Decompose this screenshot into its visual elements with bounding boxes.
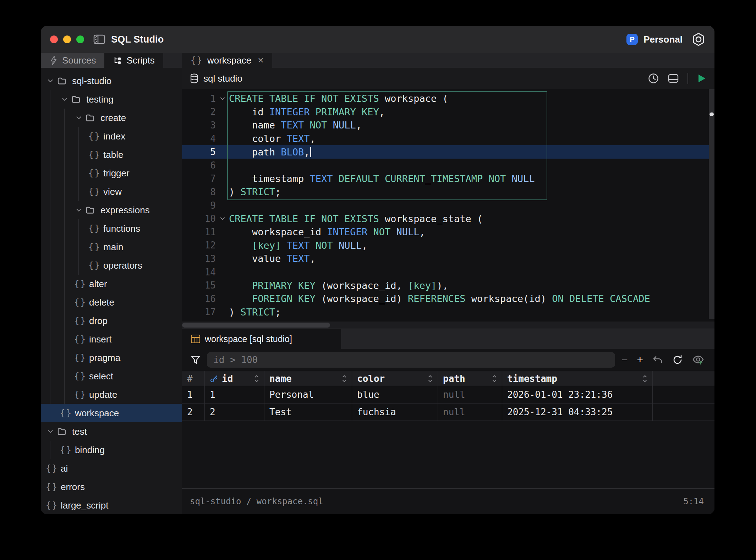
undo-icon[interactable] — [652, 355, 663, 365]
history-clock-icon[interactable] — [648, 73, 659, 84]
account-avatar[interactable]: P — [626, 34, 638, 45]
vertical-scrollbar[interactable] — [709, 89, 714, 319]
zoom-window-button[interactable] — [76, 35, 84, 43]
tree-item-select[interactable]: {}select — [41, 367, 182, 385]
results-tab[interactable]: workspace [sql studio] — [182, 329, 341, 349]
table-cell[interactable]: blue — [352, 386, 438, 403]
tree-item-main[interactable]: {}main — [41, 238, 182, 256]
code-line-17[interactable]: 17) STRICT; — [182, 306, 714, 319]
code-line-8[interactable]: 8) STRICT; — [182, 185, 714, 199]
remove-row-minus-icon[interactable]: − — [621, 355, 628, 365]
sort-chevrons-icon[interactable] — [492, 374, 497, 383]
tree-item-ai[interactable]: {}ai — [41, 459, 182, 478]
chevron-down-icon[interactable] — [75, 206, 86, 214]
tree-item-drop[interactable]: {}drop — [41, 312, 182, 330]
code-line-9[interactable]: 9 — [182, 199, 714, 212]
sort-chevrons-icon[interactable] — [428, 374, 433, 383]
sql-code-editor[interactable]: 1CREATE TABLE IF NOT EXISTS workspace (2… — [182, 89, 714, 322]
column-header-id[interactable]: id — [205, 371, 264, 386]
code-line-16[interactable]: 16 FOREIGN KEY (workspace_id) REFERENCES… — [182, 292, 714, 306]
toolbar-divider — [687, 73, 688, 84]
tree-item-view[interactable]: {}view — [41, 182, 182, 201]
run-play-icon[interactable] — [697, 73, 707, 84]
chevron-down-icon[interactable] — [46, 77, 57, 85]
tree-item-table[interactable]: {}table — [41, 146, 182, 164]
editor-tab-workspace[interactable]: {} workspace × — [182, 53, 272, 68]
chevron-down-icon[interactable] — [61, 95, 71, 103]
tree-item-pragma[interactable]: {}pragma — [41, 348, 182, 367]
commit-up-arrow-icon[interactable]: ↑ — [713, 355, 714, 365]
column-header-color[interactable]: color — [352, 371, 438, 386]
tree-item-sql-studio[interactable]: sql-studio — [41, 72, 182, 90]
tab-sources[interactable]: Sources — [41, 53, 104, 68]
table-cell[interactable]: 1 — [205, 386, 264, 403]
close-window-button[interactable] — [50, 35, 58, 43]
tree-item-test[interactable]: test — [41, 422, 182, 441]
code-line-7[interactable]: 7 timestamp TEXT DEFAULT CURRENT_TIMESTA… — [182, 172, 714, 186]
filter-input[interactable] — [207, 352, 615, 368]
code-line-2[interactable]: 2 id INTEGER PRIMARY KEY, — [182, 105, 714, 119]
horizontal-scrollbar-thumb[interactable] — [182, 323, 330, 328]
tree-item-workspace[interactable]: {}workspace — [41, 404, 182, 422]
tree-item-update[interactable]: {}update — [41, 385, 182, 404]
column-header-path[interactable]: path — [438, 371, 502, 386]
sidebar-toggle-icon[interactable] — [93, 34, 105, 45]
chevron-down-icon[interactable] — [75, 114, 86, 122]
table-cell[interactable]: Personal — [264, 386, 352, 403]
column-header-timestamp[interactable]: timestamp — [502, 371, 653, 386]
code-line-4[interactable]: 4 color TEXT, — [182, 132, 714, 146]
tree-item-delete[interactable]: {}delete — [41, 293, 182, 312]
table-row[interactable]: 22Testfuchsianull2025-12-31 04:33:25 — [182, 403, 714, 421]
tree-item-create[interactable]: create — [41, 109, 182, 127]
tree-item-index[interactable]: {}index — [41, 127, 182, 146]
vertical-scrollbar-thumb[interactable] — [710, 112, 714, 116]
code-line-12[interactable]: 12 [key] TEXT NOT NULL, — [182, 239, 714, 252]
table-cell[interactable]: Test — [264, 403, 352, 421]
fold-chevron-icon[interactable] — [216, 215, 229, 222]
table-cell[interactable]: 2026-01-01 23:21:36 — [502, 386, 653, 403]
code-line-3[interactable]: 3 name TEXT NOT NULL, — [182, 119, 714, 132]
tree-item-operators[interactable]: {}operators — [41, 256, 182, 275]
tree-item-large_script[interactable]: {}large_script — [41, 496, 182, 514]
table-cell[interactable]: null — [438, 403, 502, 421]
tab-scripts[interactable]: Scripts — [104, 53, 163, 68]
code-line-10[interactable]: 10CREATE TABLE IF NOT EXISTS workspace_s… — [182, 212, 714, 225]
filter-funnel-icon[interactable] — [191, 355, 201, 365]
minimize-window-button[interactable] — [63, 35, 71, 43]
column-header-name[interactable]: name — [264, 371, 352, 386]
preview-changes-eye-icon[interactable] — [692, 355, 704, 365]
split-panel-icon[interactable] — [668, 73, 679, 84]
refresh-icon[interactable] — [672, 355, 683, 365]
sort-chevrons-icon[interactable] — [254, 374, 259, 383]
tree-item-functions[interactable]: {}functions — [41, 219, 182, 238]
add-row-plus-icon[interactable]: + — [637, 355, 643, 365]
tree-item-alter[interactable]: {}alter — [41, 275, 182, 293]
settings-nut-icon[interactable] — [692, 32, 705, 46]
braces-file-icon: {} — [88, 242, 103, 252]
fold-chevron-icon[interactable] — [216, 95, 229, 102]
horizontal-scrollbar[interactable] — [182, 322, 714, 329]
table-row[interactable]: 11Personalbluenull2026-01-01 23:21:36 — [182, 386, 714, 403]
sort-chevrons-icon[interactable] — [342, 374, 347, 383]
sort-chevrons-icon[interactable] — [642, 374, 647, 383]
tree-item-expressions[interactable]: expressions — [41, 201, 182, 219]
table-cell[interactable]: 2025-12-31 04:33:25 — [502, 403, 653, 421]
code-line-5[interactable]: 5 path BLOB, — [182, 145, 714, 159]
code-line-14[interactable]: 14 — [182, 265, 714, 279]
code-line-1[interactable]: 1CREATE TABLE IF NOT EXISTS workspace ( — [182, 92, 714, 105]
code-line-13[interactable]: 13 value TEXT, — [182, 252, 714, 265]
table-cell[interactable]: null — [438, 386, 502, 403]
code-line-15[interactable]: 15 PRIMARY KEY (workspace_id, [key]), — [182, 279, 714, 292]
account-name[interactable]: Personal — [643, 34, 683, 45]
table-cell[interactable]: 2 — [205, 403, 264, 421]
tree-item-trigger[interactable]: {}trigger — [41, 164, 182, 182]
code-line-6[interactable]: 6 — [182, 159, 714, 172]
table-cell[interactable]: fuchsia — [352, 403, 438, 421]
chevron-down-icon[interactable] — [46, 428, 57, 435]
tree-item-errors[interactable]: {}errors — [41, 478, 182, 496]
tree-item-binding[interactable]: {}binding — [41, 441, 182, 459]
code-line-11[interactable]: 11 workspace_id INTEGER NOT NULL, — [182, 225, 714, 239]
close-tab-icon[interactable]: × — [258, 55, 263, 66]
tree-item-insert[interactable]: {}insert — [41, 330, 182, 348]
tree-item-testing[interactable]: testing — [41, 90, 182, 109]
